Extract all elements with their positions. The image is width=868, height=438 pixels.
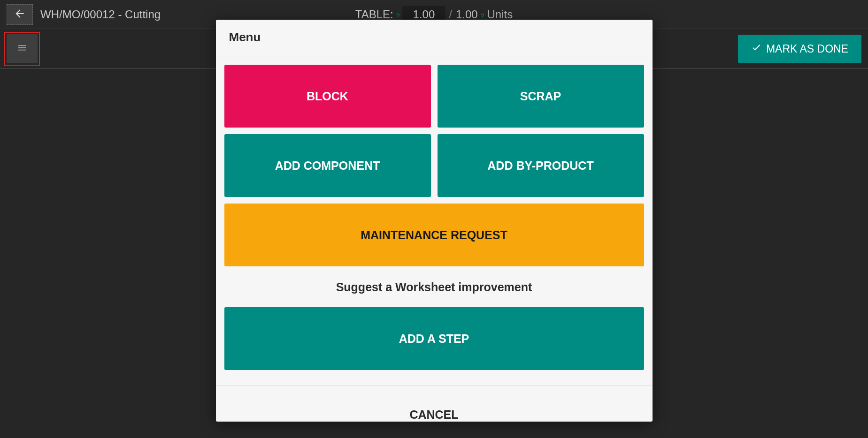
add-by-product-button[interactable]: ADD BY-PRODUCT	[438, 134, 644, 197]
help-icon[interactable]: ?	[396, 12, 400, 20]
modal-footer: CANCEL	[216, 385, 653, 422]
modal-title: Menu	[229, 30, 639, 45]
qty-total: 1.00	[456, 8, 478, 21]
page-title: WH/MO/00012 - Cutting	[40, 8, 161, 21]
units-label: Units	[487, 8, 513, 21]
menu-button[interactable]	[7, 34, 38, 63]
mark-as-done-label: MARK AS DONE	[766, 43, 848, 55]
table-label: TABLE:	[355, 8, 393, 21]
check-icon	[751, 42, 761, 55]
modal-body: BLOCK SCRAP ADD COMPONENT ADD BY-PRODUCT…	[216, 58, 653, 378]
hamburger-icon	[16, 43, 28, 55]
back-arrow-icon	[14, 8, 26, 22]
maintenance-request-button[interactable]: MAINTENANCE REQUEST	[224, 204, 644, 266]
suggest-subtitle: Suggest a Worksheet improvement	[224, 280, 644, 294]
qty-separator: /	[449, 8, 452, 21]
mark-as-done-button[interactable]: MARK AS DONE	[738, 35, 861, 63]
cancel-button[interactable]: CANCEL	[409, 408, 458, 421]
help-icon-2[interactable]: ?	[481, 12, 484, 20]
scrap-button[interactable]: SCRAP	[438, 65, 644, 128]
menu-modal: Menu BLOCK SCRAP ADD COMPONENT ADD BY-PR…	[216, 20, 653, 422]
add-component-button[interactable]: ADD COMPONENT	[224, 134, 431, 197]
block-button[interactable]: BLOCK	[224, 65, 431, 128]
back-button[interactable]	[7, 4, 33, 25]
menu-button-grid: BLOCK SCRAP ADD COMPONENT ADD BY-PRODUCT…	[224, 65, 644, 266]
add-a-step-button[interactable]: ADD A STEP	[224, 307, 644, 370]
modal-header: Menu	[216, 20, 653, 58]
